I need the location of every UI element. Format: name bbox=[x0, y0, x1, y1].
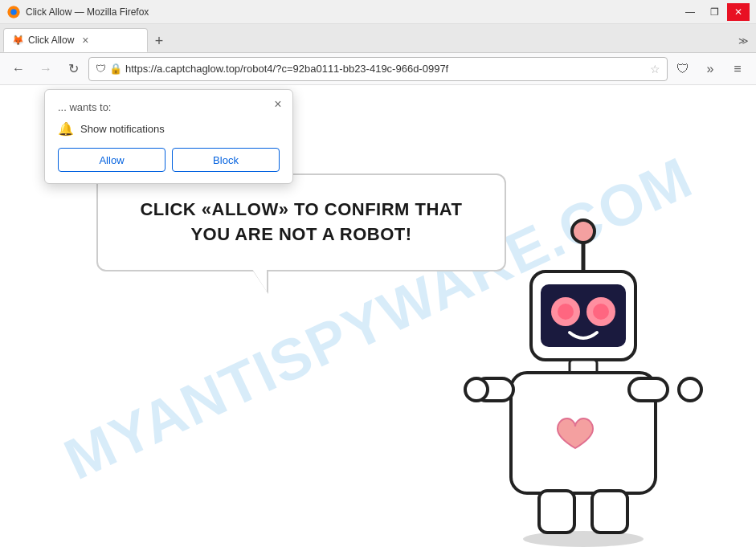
permission-label: Show notifications bbox=[80, 123, 165, 135]
navbar: ← → ↻ 🛡 🔒 ☆ 🛡 » ≡ bbox=[0, 53, 756, 85]
svg-point-1 bbox=[10, 9, 17, 15]
svg-point-13 bbox=[465, 378, 488, 401]
restore-button[interactable]: ❐ bbox=[703, 3, 725, 21]
svg-rect-14 bbox=[629, 378, 668, 401]
new-tab-button[interactable]: + bbox=[148, 30, 170, 52]
notification-popup: × ... wants to: 🔔 Show notifications All… bbox=[44, 89, 293, 184]
message-box: CLICK «ALLOW» TO CONFIRM THAT YOU ARE NO… bbox=[96, 173, 506, 271]
navbar-right: 🛡 » ≡ bbox=[671, 57, 750, 81]
message-text: CLICK «ALLOW» TO CONFIRM THAT YOU ARE NO… bbox=[124, 198, 479, 247]
tab-close-button[interactable]: × bbox=[79, 34, 92, 47]
bookmark-star-button[interactable]: ☆ bbox=[650, 63, 660, 76]
titlebar-left: Click Allow — Mozilla Firefox bbox=[6, 5, 149, 19]
address-bar[interactable]: 🛡 🔒 ☆ bbox=[88, 57, 668, 81]
tabbar: 🦊 Click Allow × + ≫ bbox=[0, 24, 756, 53]
tab-bar-right: ≫ bbox=[734, 31, 753, 52]
tab-scroll-right-button[interactable]: ≫ bbox=[734, 31, 753, 51]
shield-icon: 🛡 bbox=[96, 63, 106, 75]
popup-close-button[interactable]: × bbox=[270, 96, 286, 112]
minimize-button[interactable]: — bbox=[679, 3, 701, 21]
svg-point-3 bbox=[572, 220, 595, 243]
url-input[interactable] bbox=[125, 63, 647, 75]
tab-favicon-icon: 🦊 bbox=[12, 35, 23, 46]
lock-icon: 🔒 bbox=[109, 63, 122, 75]
main-content: MYANTISPYWARE.COM × ... wants to: 🔔 Show… bbox=[0, 85, 756, 551]
svg-rect-17 bbox=[592, 491, 627, 533]
block-button[interactable]: Block bbox=[172, 148, 280, 172]
svg-point-15 bbox=[679, 378, 701, 401]
svg-point-9 bbox=[593, 304, 609, 320]
close-button[interactable]: ✕ bbox=[727, 3, 750, 21]
extensions-button[interactable]: » bbox=[698, 57, 722, 81]
bell-icon: 🔔 bbox=[58, 121, 74, 137]
allow-button[interactable]: Allow bbox=[58, 148, 166, 172]
shield-vpn-button[interactable]: 🛡 bbox=[671, 57, 695, 81]
svg-rect-16 bbox=[539, 491, 574, 533]
svg-point-18 bbox=[523, 531, 644, 547]
tab-label: Click Allow bbox=[28, 35, 74, 46]
titlebar-controls: — ❐ ✕ bbox=[679, 3, 750, 21]
firefox-logo-icon bbox=[6, 5, 21, 19]
svg-point-7 bbox=[558, 304, 574, 320]
active-tab[interactable]: 🦊 Click Allow × bbox=[3, 28, 148, 52]
popup-permission: 🔔 Show notifications bbox=[58, 121, 280, 137]
popup-buttons: Allow Block bbox=[58, 148, 280, 172]
forward-button[interactable]: → bbox=[34, 57, 58, 81]
titlebar: Click Allow — Mozilla Firefox — ❐ ✕ bbox=[0, 0, 756, 24]
back-button[interactable]: ← bbox=[6, 57, 31, 81]
reload-button[interactable]: ↻ bbox=[61, 57, 85, 81]
popup-wants-to-text: ... wants to: bbox=[58, 101, 280, 113]
titlebar-title: Click Allow — Mozilla Firefox bbox=[26, 6, 149, 18]
menu-button[interactable]: ≡ bbox=[725, 57, 750, 81]
